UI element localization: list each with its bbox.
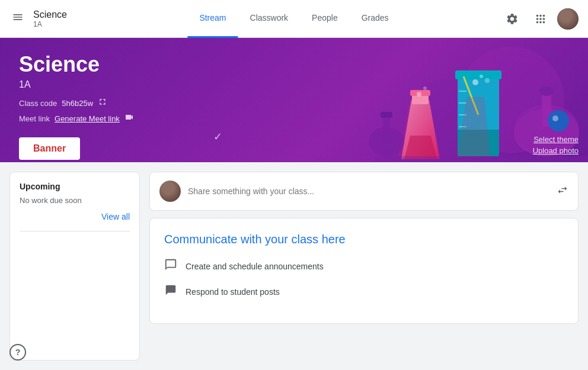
- svg-rect-23: [383, 115, 390, 141]
- apps-button[interactable]: [529, 7, 552, 31]
- svg-point-29: [423, 86, 427, 90]
- svg-point-25: [472, 79, 478, 85]
- user-avatar[interactable]: [557, 8, 579, 30]
- communicate-title: Communicate with your class here: [164, 233, 564, 246]
- no-work-text: No work due soon: [20, 196, 130, 205]
- class-section: 1A: [33, 20, 67, 28]
- announcement-icon: [164, 258, 177, 274]
- svg-rect-30: [375, 156, 588, 162]
- repost-icon[interactable]: [557, 184, 568, 199]
- expand-icon[interactable]: [98, 97, 107, 109]
- announce-text: Create and schedule announcements: [186, 262, 324, 271]
- class-code-label: Class code: [19, 99, 57, 108]
- svg-point-28: [417, 92, 421, 96]
- sidebar: Upcoming No work due soon View all: [9, 172, 140, 361]
- banner-theme-actions: Select theme Upload photo: [533, 135, 579, 155]
- main-layout: Upcoming No work due soon View all Commu…: [0, 162, 588, 370]
- header-left: Science 1A: [9, 9, 104, 28]
- banner-class-title: Science: [19, 52, 134, 77]
- svg-point-27: [485, 78, 490, 83]
- select-theme-button[interactable]: Select theme: [533, 135, 579, 144]
- share-avatar: [159, 181, 181, 202]
- class-title: Science: [33, 9, 67, 20]
- svg-point-6: [548, 110, 569, 131]
- meet-link-row: Meet link Generate Meet link: [19, 112, 134, 124]
- class-code-row: Class code 5h6b25w: [19, 97, 134, 109]
- svg-rect-24: [381, 112, 392, 118]
- video-icon[interactable]: [124, 112, 134, 124]
- header-title-block: Science 1A: [33, 9, 67, 28]
- meet-link-label: Meet link: [19, 114, 50, 123]
- share-post-box[interactable]: [149, 172, 579, 211]
- upcoming-label: Upcoming: [20, 182, 130, 191]
- svg-rect-9: [455, 70, 501, 79]
- tab-grades[interactable]: Grades: [350, 0, 401, 38]
- communicate-item-1: Create and schedule announcements: [164, 258, 564, 274]
- communicate-card: Communicate with your class here Create …: [149, 218, 579, 324]
- tab-classwork[interactable]: Classwork: [238, 0, 301, 38]
- class-banner: Science 1A Class code 5h6b25w Meet link …: [0, 38, 588, 162]
- svg-point-5: [539, 86, 554, 96]
- communicate-item-2: Respond to student posts: [164, 284, 564, 300]
- respond-text: Respond to student posts: [186, 287, 280, 297]
- banner-class-section: 1A: [19, 79, 134, 90]
- respond-icon: [164, 284, 177, 300]
- banner-info: Science 1A Class code 5h6b25w Meet link …: [0, 38, 153, 162]
- share-input[interactable]: [188, 186, 549, 196]
- help-button[interactable]: ?: [9, 344, 26, 361]
- banner-checkmark: ✓: [213, 130, 222, 143]
- banner-button[interactable]: Banner: [19, 137, 80, 160]
- settings-button[interactable]: [500, 7, 524, 31]
- svg-point-26: [480, 75, 483, 78]
- upload-photo-button[interactable]: Upload photo: [533, 146, 579, 155]
- view-all-link[interactable]: View all: [20, 212, 130, 221]
- svg-point-7: [552, 115, 558, 121]
- main-nav: Stream Classwork People Grades: [187, 0, 400, 38]
- meet-link-value[interactable]: Generate Meet link: [55, 114, 120, 123]
- class-code-value: 5h6b25w: [62, 99, 93, 108]
- tab-stream[interactable]: Stream: [187, 0, 238, 38]
- app-header: Science 1A Stream Classwork People Grade…: [0, 0, 588, 38]
- menu-icon[interactable]: [9, 9, 26, 28]
- sidebar-divider: [20, 231, 130, 231]
- tab-people[interactable]: People: [300, 0, 350, 38]
- header-actions: [500, 7, 579, 31]
- content-area: Communicate with your class here Create …: [149, 172, 579, 361]
